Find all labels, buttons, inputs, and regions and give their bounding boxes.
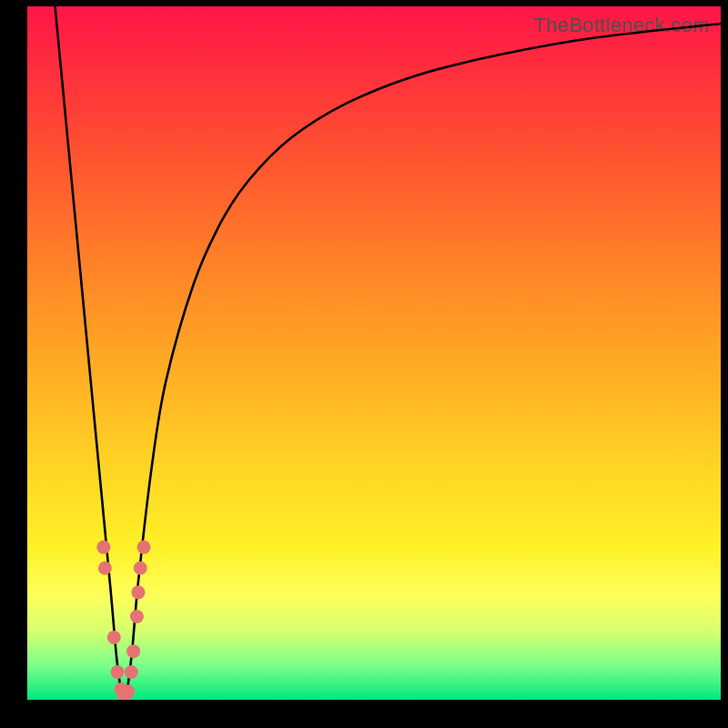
data-marker bbox=[107, 631, 121, 644]
plot-area: TheBottleneck.com bbox=[27, 6, 721, 700]
data-marker bbox=[96, 541, 110, 554]
data-marker bbox=[98, 561, 112, 575]
bottleneck-curve-svg bbox=[27, 6, 721, 700]
bottleneck-curve bbox=[55, 6, 721, 700]
chart-frame: TheBottleneck.com bbox=[0, 0, 728, 728]
data-marker bbox=[121, 684, 135, 698]
data-marker bbox=[126, 644, 140, 658]
data-marker bbox=[131, 585, 145, 599]
data-markers bbox=[96, 541, 150, 700]
data-marker bbox=[111, 665, 125, 679]
data-marker bbox=[134, 561, 147, 575]
data-marker bbox=[137, 541, 151, 554]
data-marker bbox=[125, 665, 138, 679]
data-marker bbox=[130, 610, 144, 623]
